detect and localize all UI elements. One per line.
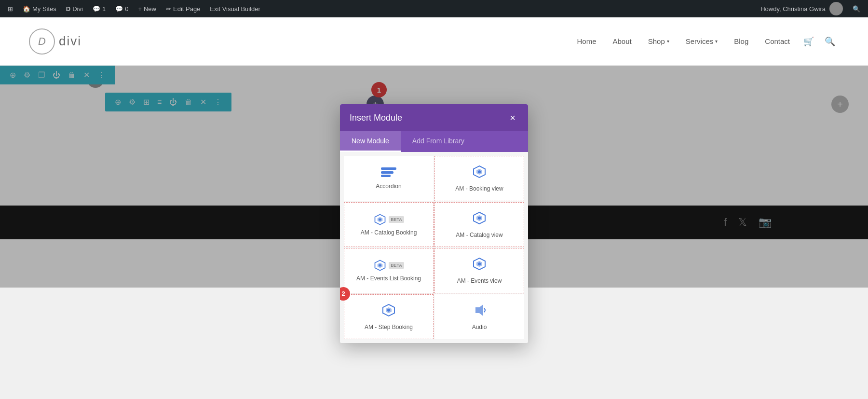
am-catalog-booking-icon: BETA [373,213,405,226]
nav-contact[interactable]: Contact [758,33,797,49]
module-am-catalog-view[interactable]: AM - Catalog view [434,202,524,248]
module-am-events-view[interactable]: AM - Events view [434,248,524,293]
nav-home[interactable]: Home [570,33,603,49]
admin-bar-edit-page[interactable]: ✏ Edit Page [162,0,204,17]
nav-home-label: Home [577,37,596,45]
admin-bar: ⊞ 🏠 My Sites D Divi 💬 1 💬 0 + New ✏ Edit… [0,0,868,17]
modules-grid: Accordion AM - Booking view [344,156,524,339]
edit-icon: ✏ [166,5,171,13]
audio-label: Audio [472,324,487,331]
am-step-booking-icon [381,303,396,321]
nav-blog[interactable]: Blog [727,33,755,49]
audio-icon [472,303,487,321]
dialog-tabs: New Module Add From Library [340,131,528,152]
svg-rect-1 [381,171,393,174]
nav-services[interactable]: Services ▾ [679,33,725,49]
nav-about-label: About [612,37,631,45]
modal-overlay: Insert Module × New Module Add From Libr… [0,66,868,288]
avatar [829,2,843,15]
nav-shop-label: Shop [648,37,665,45]
revision-icon: 💬 [115,5,123,13]
dialog-title: Insert Module [350,113,402,123]
module-audio[interactable]: Audio [434,294,524,340]
dialog-header: Insert Module × [340,104,528,131]
services-chevron-icon: ▾ [715,39,718,44]
module-am-booking-view[interactable]: AM - Booking view [434,156,524,201]
comment-icon: 💬 [93,5,100,13]
exit-builder-label: Exit Visual Builder [210,5,260,13]
nav-shop[interactable]: Shop ▾ [641,33,676,49]
nav-about[interactable]: About [606,33,638,49]
new-label: New [144,5,156,13]
logo-name: divi [59,34,81,49]
shop-chevron-icon: ▾ [667,39,669,44]
logo-letter: D [38,35,46,48]
admin-bar-exit-builder[interactable]: Exit Visual Builder [206,0,264,17]
module-am-catalog-booking[interactable]: BETA AM - Catalog Booking [344,202,434,248]
svg-rect-0 [381,167,396,170]
am-events-label: AM - Events view [457,277,502,285]
module-am-events-list-booking[interactable]: BETA AM - Events List Booking [344,248,434,293]
dialog-close-button[interactable]: × [507,112,518,124]
tab-add-from-library[interactable]: Add From Library [401,131,476,152]
builder-area: ⊕ ⚙ ❐ ⏻ 🗑 ✕ ⋮ ⊕ ⚙ ⊞ ≡ ⏻ 🗑 ✕ ⋮ + + + 1 In… [0,66,868,288]
insert-module-dialog: Insert Module × New Module Add From Libr… [340,104,528,343]
my-sites-icon: 🏠 [23,5,30,13]
admin-bar-greeting[interactable]: Howdy, Christina Gwira [757,0,847,17]
admin-bar-new[interactable]: + New [134,0,160,17]
svg-rect-2 [381,175,391,177]
admin-bar-my-sites[interactable]: 🏠 My Sites [19,0,60,17]
tab-new-module[interactable]: New Module [340,131,401,152]
admin-bar-search[interactable]: 🔍 [849,0,864,17]
nav-search-icon[interactable]: 🔍 [821,32,839,51]
admin-bar-revisions[interactable]: 💬 0 [111,0,132,17]
am-catalog-label: AM - Catalog view [456,232,502,239]
am-catalog-booking-label: AM - Catalog Booking [361,229,417,237]
divi-icon: D [66,5,70,13]
admin-bar-wordpress[interactable]: ⊞ [4,0,17,17]
nav-services-label: Services [686,37,714,45]
admin-bar-divi[interactable]: D Divi [62,0,87,17]
am-catalog-icon [472,210,487,229]
nav-cart-icon[interactable]: 🛒 [800,32,818,51]
site-nav: Home About Shop ▾ Services ▾ Blog Contac… [570,32,839,51]
greeting-text: Howdy, Christina Gwira [760,5,826,13]
svg-marker-21 [475,304,483,316]
accordion-label: Accordion [376,183,401,191]
nav-blog-label: Blog [734,37,748,45]
am-booking-icon [472,164,487,182]
dialog-body: Accordion AM - Booking view [340,152,528,343]
site-logo[interactable]: D divi [29,28,81,55]
am-booking-label: AM - Booking view [455,185,503,193]
divi-label: Divi [72,5,83,13]
module-am-step-booking[interactable]: 2 AM - Step Booking [344,294,434,340]
admin-bar-right: Howdy, Christina Gwira 🔍 [757,0,864,17]
edit-label: Edit Page [173,5,200,13]
am-step-booking-label: AM - Step Booking [365,324,413,331]
am-events-list-label: AM - Events List Booking [356,275,421,283]
logo-circle: D [29,28,55,55]
module-accordion[interactable]: Accordion [344,156,434,201]
my-sites-label: My Sites [32,5,56,13]
nav-contact-label: Contact [765,37,790,45]
revision-count: 0 [125,5,128,13]
site-header: D divi Home About Shop ▾ Services ▾ Blog… [0,17,868,66]
comment-count: 1 [102,5,106,13]
accordion-icon [381,166,396,180]
am-events-list-icon: BETA [373,259,405,272]
search-icon: 🔍 [853,5,860,13]
wordpress-icon: ⊞ [8,5,13,13]
admin-bar-comments[interactable]: 💬 1 [89,0,109,17]
am-events-icon [472,256,487,275]
new-icon: + [138,5,142,13]
